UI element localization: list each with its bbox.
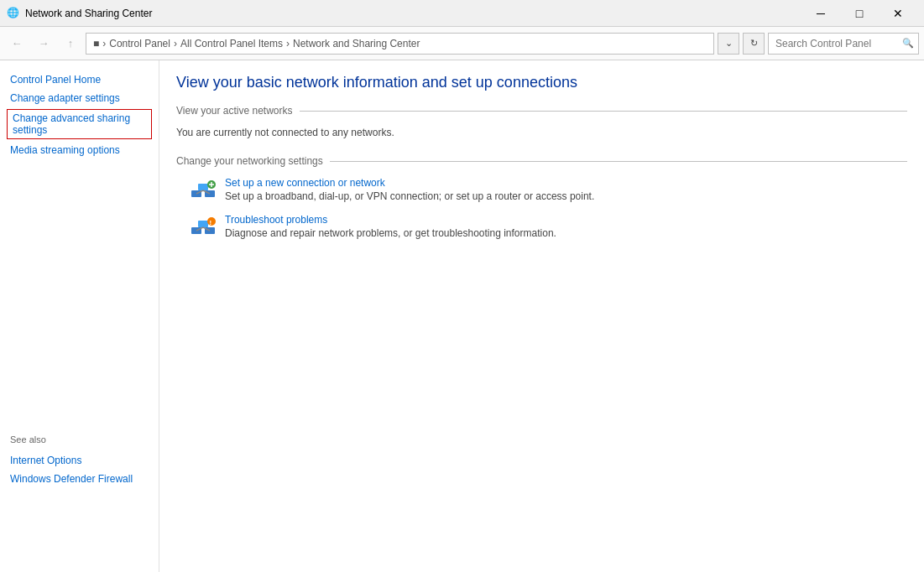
- new-connection-info: Set up a new connection or network Set u…: [225, 177, 907, 202]
- main-layout: Control Panel Home Change adapter settin…: [0, 60, 924, 572]
- setting-item-new-connection: Set up a new connection or network Set u…: [190, 177, 907, 204]
- sidebar-item-change-advanced-sharing[interactable]: Change advanced sharing settings: [7, 109, 152, 139]
- app-icon: 🌐: [7, 7, 20, 20]
- network-status-text: You are currently not connected to any n…: [176, 123, 907, 145]
- breadcrumb-1: Control Panel: [109, 38, 170, 49]
- forward-button[interactable]: →: [32, 32, 55, 55]
- svg-rect-10: [198, 221, 208, 227]
- up-button[interactable]: ↑: [59, 32, 82, 55]
- title-bar: 🌐 Network and Sharing Center ─ □ ✕: [0, 0, 924, 27]
- sidebar: Control Panel Home Change adapter settin…: [0, 60, 159, 572]
- networking-settings-header: Change your networking settings: [176, 155, 907, 167]
- search-wrap: 🔍: [768, 33, 919, 55]
- troubleshoot-link[interactable]: Troubleshoot problems: [225, 214, 327, 226]
- sidebar-item-change-adapter-settings[interactable]: Change adapter settings: [0, 89, 159, 107]
- sidebar-bottom-links: Internet Options Windows Defender Firewa…: [0, 451, 159, 488]
- new-connection-link[interactable]: Set up a new connection or network: [225, 177, 385, 189]
- setting-item-troubleshoot: ! Troubleshoot problems Diagnose and rep…: [190, 214, 907, 241]
- address-bar: ← → ↑ ■ › Control Panel › All Control Pa…: [0, 27, 924, 60]
- close-button[interactable]: ✕: [879, 0, 917, 27]
- window-title: Network and Sharing Center: [25, 8, 152, 19]
- search-input[interactable]: [768, 33, 919, 55]
- dropdown-button[interactable]: ⌄: [718, 33, 739, 55]
- page-title: View your basic network information and …: [176, 74, 907, 91]
- active-networks-line: [300, 111, 907, 112]
- sidebar-item-windows-defender[interactable]: Windows Defender Firewall: [0, 470, 159, 488]
- svg-text:!: !: [210, 219, 212, 226]
- active-networks-label: View your active networks: [176, 105, 293, 117]
- networking-settings-line: [330, 161, 907, 162]
- svg-rect-2: [198, 184, 208, 190]
- window-controls: ─ □ ✕: [801, 0, 917, 27]
- content-area: View your basic network information and …: [159, 60, 924, 572]
- new-connection-desc: Set up a broadband, dial-up, or VPN conn…: [225, 190, 907, 202]
- sidebar-item-control-panel-home[interactable]: Control Panel Home: [0, 70, 159, 89]
- troubleshoot-icon: !: [190, 214, 217, 241]
- refresh-button[interactable]: ↻: [743, 33, 765, 55]
- breadcrumb-icon: ■: [93, 38, 99, 49]
- see-also-label: See also: [0, 428, 159, 448]
- minimize-button[interactable]: ─: [801, 0, 840, 27]
- troubleshoot-desc: Diagnose and repair network problems, or…: [225, 227, 907, 239]
- breadcrumb-2: All Control Panel Items: [180, 38, 283, 49]
- sidebar-item-internet-options[interactable]: Internet Options: [0, 451, 159, 470]
- sidebar-bottom: See also Internet Options Windows Defend…: [0, 159, 159, 488]
- breadcrumb-3: Network and Sharing Center: [293, 38, 420, 49]
- back-button[interactable]: ←: [5, 32, 29, 55]
- sidebar-item-media-streaming[interactable]: Media streaming options: [0, 141, 159, 159]
- troubleshoot-info: Troubleshoot problems Diagnose and repai…: [225, 214, 907, 239]
- maximize-button[interactable]: □: [840, 0, 879, 27]
- networking-settings-label: Change your networking settings: [176, 155, 323, 167]
- address-path[interactable]: ■ › Control Panel › All Control Panel It…: [86, 33, 714, 55]
- active-networks-header: View your active networks: [176, 105, 907, 117]
- search-icon: 🔍: [902, 38, 914, 49]
- new-connection-icon: [190, 177, 217, 204]
